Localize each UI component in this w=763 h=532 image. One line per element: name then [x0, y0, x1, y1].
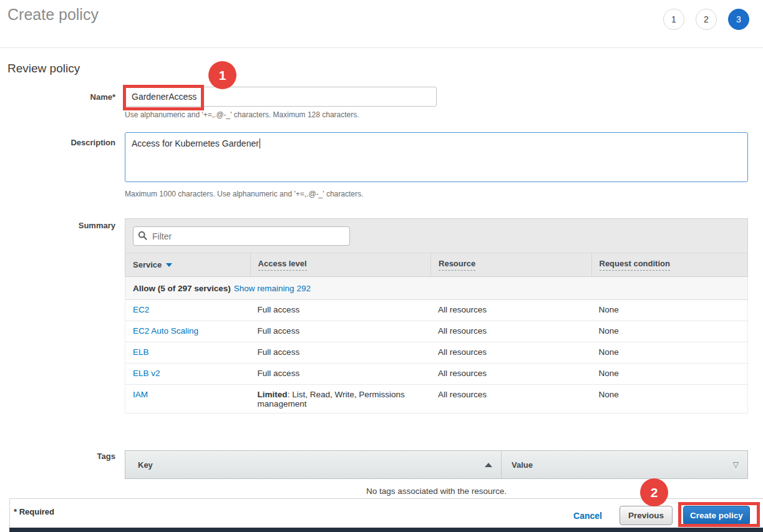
column-header-service[interactable]: Service [125, 253, 250, 276]
tags-table-header: Key Value ▽ [125, 450, 748, 479]
column-header-key[interactable]: Key [125, 451, 501, 478]
previous-button[interactable]: Previous [620, 506, 673, 525]
name-help-text: Use alphanumeric and '+=,.@-_' character… [125, 110, 359, 119]
annotation-badge-2: 2 [640, 478, 668, 506]
search-icon [138, 231, 148, 241]
description-label: Description [0, 138, 115, 147]
page-title: Create policy [7, 6, 99, 24]
step-3-active: 3 [728, 9, 749, 30]
column-header-value[interactable]: Value ▽ [501, 451, 747, 478]
description-text: Access for Kubernetes Gardener [132, 138, 259, 148]
table-row: EC2 Auto Scaling Full access All resourc… [125, 321, 748, 342]
column-header-access-level[interactable]: Access level [250, 253, 430, 276]
column-header-resource[interactable]: Resource [430, 253, 591, 276]
create-policy-page: Create policy 1 2 3 Review policy Name* … [0, 0, 763, 532]
summary-filter-input[interactable] [133, 226, 350, 246]
table-row: ELB Full access All resources None [125, 342, 748, 364]
annotation-box-create [678, 502, 760, 527]
sort-triangle-up-icon [485, 463, 492, 467]
header-divider [0, 47, 763, 48]
annotation-badge-1: 1 [208, 61, 236, 89]
service-link[interactable]: ELB [133, 347, 149, 357]
summary-table-header: Service Access level Resource Request co… [125, 253, 748, 277]
name-label: Name* [0, 92, 115, 102]
tags-label: Tags [0, 452, 115, 461]
allow-group-row: Allow (5 of 297 services) Show remaining… [125, 277, 748, 300]
service-link[interactable]: EC2 [133, 305, 149, 314]
summary-panel: Service Access level Resource Request co… [125, 218, 748, 414]
column-header-request-condition[interactable]: Request condition [591, 253, 748, 276]
service-link[interactable]: IAM [133, 390, 148, 399]
text-cursor [260, 138, 260, 148]
show-remaining-link[interactable]: Show remaining 292 [234, 284, 311, 293]
sort-caret-down-icon [166, 263, 172, 267]
service-link[interactable]: ELB v2 [133, 369, 160, 378]
summary-filter-area [125, 218, 748, 253]
table-row: IAM Limited: List, Read, Write, Permissi… [125, 385, 748, 414]
cancel-link[interactable]: Cancel [573, 511, 602, 521]
section-title: Review policy [7, 62, 80, 75]
table-row: EC2 Full access All resources None [125, 300, 748, 321]
required-note: * Required [14, 507, 54, 516]
step-2: 2 [696, 9, 717, 30]
step-1: 1 [663, 9, 684, 30]
service-link[interactable]: EC2 Auto Scaling [133, 326, 198, 336]
policy-description-textarea[interactable]: Access for Kubernetes Gardener [125, 132, 748, 182]
description-help-text: Maximum 1000 characters. Use alphanumeri… [125, 190, 363, 198]
sort-triangle-down-icon: ▽ [733, 460, 739, 469]
step-indicator: 1 2 3 [663, 9, 749, 30]
allow-group-text: Allow (5 of 297 services) [133, 284, 231, 293]
table-row: ELB v2 Full access All resources None [125, 364, 748, 385]
console-bottom-bar [9, 528, 763, 532]
summary-label: Summary [0, 221, 115, 230]
annotation-box-name [123, 85, 204, 110]
